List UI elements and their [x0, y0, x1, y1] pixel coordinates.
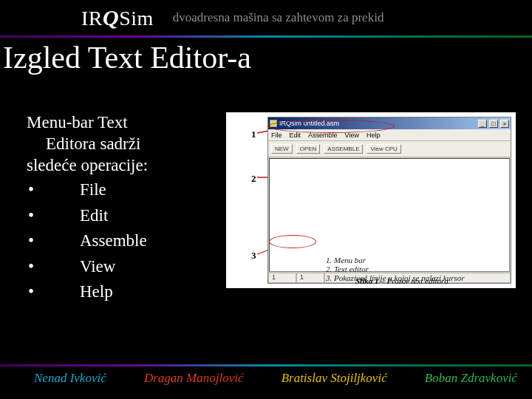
caption-item: 2. Text editor [326, 265, 465, 273]
figure-label: Slika 1 – Prozor text editora [355, 276, 449, 285]
header-bar: IRQSim dvoadresna mašina sa zahtevom za … [0, 0, 532, 35]
menu-item-help[interactable]: Help [366, 132, 381, 139]
bullet-list: •File •Edit •Assemble •View •Help [27, 177, 219, 305]
authors-footer: Nenad Ivković Dragan Manojlović Bratisla… [34, 371, 517, 386]
status-col: 1 [296, 273, 324, 283]
author-3: Bratislav Stojiljković [282, 371, 387, 386]
paragraph-line: Menu-bar Text [27, 113, 128, 132]
menu-item-edit[interactable]: Edit [290, 132, 301, 139]
logo-text-prefix: IR [81, 7, 103, 30]
author-2: Dragan Manojlović [144, 371, 244, 386]
minimize-button[interactable]: _ [478, 120, 487, 128]
close-button[interactable]: × [500, 120, 509, 128]
paragraph-line: sledeće operacije: [27, 156, 148, 174]
list-item: •Assemble [27, 228, 219, 254]
menu-item-file[interactable]: File [271, 132, 282, 139]
callout-highlight-1 [267, 120, 395, 133]
status-line: 1 [268, 273, 296, 283]
list-item: •File [27, 177, 219, 203]
tagline: dvoadresna mašina sa zahtevom za prekid [173, 10, 384, 25]
logo: IRQSim [81, 5, 154, 30]
new-button[interactable]: NEW [271, 144, 293, 154]
open-button[interactable]: OPEN [296, 144, 321, 154]
assemble-button[interactable]: ASSEMBLE [324, 144, 363, 154]
author-1: Nenad Ivković [34, 371, 106, 386]
body-text: Menu-bar Text Editora sadrži sledeće ope… [27, 112, 219, 355]
footer-divider [0, 364, 532, 366]
paragraph-line: Editora sadrži [46, 134, 140, 153]
text-editor-area[interactable] [269, 158, 510, 272]
toolbar: NEW OPEN ASSEMBLE View CPU [268, 141, 511, 157]
callout-highlight-3 [269, 235, 316, 248]
logo-text-q: Q [103, 5, 119, 30]
caption-item: 1. Menu bar [326, 256, 465, 265]
author-4: Boban Zdravković [425, 371, 517, 386]
slide-title: Izgled Text Editor-a [3, 40, 251, 75]
list-item: •Edit [27, 203, 219, 229]
header-divider [0, 35, 532, 38]
view-cpu-button[interactable]: View CPU [366, 144, 400, 154]
list-item: •View [27, 254, 219, 280]
list-item: •Help [27, 279, 219, 305]
logo-text-suffix: Sim [119, 7, 154, 30]
screenshot-figure: 1 2 3 IRQsim untitled.asm _ □ × File Edi… [226, 112, 516, 288]
maximize-button[interactable]: □ [489, 120, 498, 128]
